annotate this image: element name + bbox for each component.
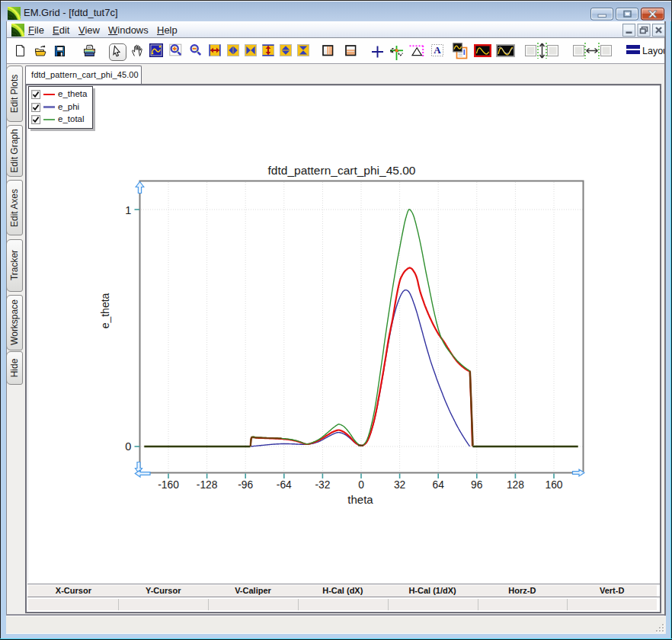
svg-text:-160: -160 — [158, 479, 179, 491]
svg-text:-96: -96 — [238, 479, 253, 491]
svg-text:e_theta: e_theta — [99, 293, 111, 328]
svg-text:fdtd_pattern_cart_phi_45.00: fdtd_pattern_cart_phi_45.00 — [268, 164, 416, 177]
svg-text:-128: -128 — [197, 479, 218, 491]
svg-text:-64: -64 — [277, 479, 292, 491]
svg-text:160: 160 — [545, 479, 562, 491]
svg-text:-32: -32 — [315, 479, 330, 491]
svg-text:64: 64 — [433, 479, 445, 491]
svg-text:96: 96 — [471, 479, 483, 491]
svg-text:32: 32 — [394, 479, 405, 491]
svg-text:0: 0 — [125, 440, 131, 453]
svg-text:0: 0 — [358, 479, 364, 491]
svg-text:1: 1 — [125, 204, 131, 216]
svg-text:theta: theta — [347, 493, 373, 506]
svg-text:128: 128 — [507, 479, 524, 491]
